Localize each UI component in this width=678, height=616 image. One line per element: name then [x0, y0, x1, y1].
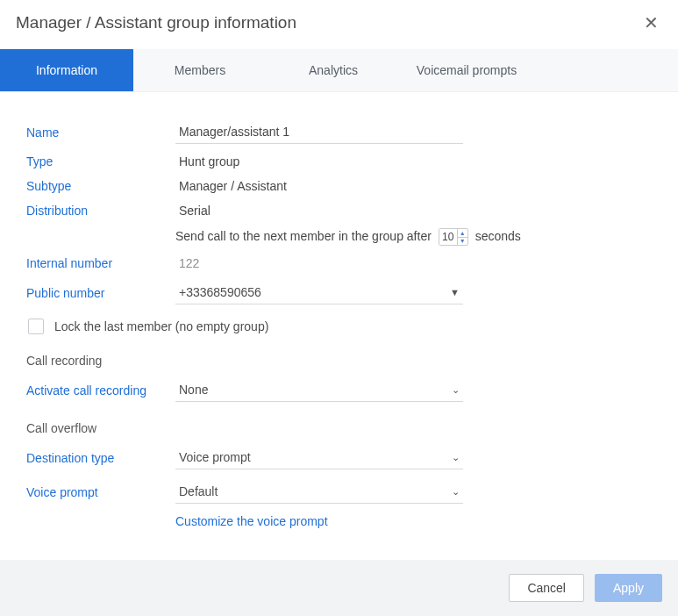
apply-button-label: Apply — [613, 581, 644, 595]
label-voice-prompt: Voice prompt — [26, 485, 175, 499]
customize-voice-prompt-link[interactable]: Customize the voice prompt — [175, 514, 328, 528]
section-call-overflow: Call overflow — [26, 421, 655, 435]
field-destination-type: Destination type Voice prompt ⌄ — [26, 446, 655, 469]
dialog-header: Manager / Assistant group information ✕ — [0, 0, 678, 49]
field-activate-recording: Activate call recording None ⌄ — [26, 378, 655, 402]
tab-label: Information — [36, 63, 97, 77]
field-lock-last-member: Lock the last member (no empty group) — [28, 319, 655, 334]
tab-label: Voicemail prompts — [417, 63, 517, 77]
public-number-select[interactable]: +33368590656 ▼ — [175, 281, 463, 304]
chevron-down-icon[interactable]: ▼ — [458, 237, 467, 246]
label-name: Name — [26, 125, 175, 140]
destination-type-select[interactable]: Voice prompt ⌄ — [175, 446, 463, 469]
value-type: Hunt group — [175, 154, 655, 168]
ring-seconds-sentence: Send call to the next member in the grou… — [175, 228, 655, 246]
field-public-number: Public number +33368590656 ▼ — [26, 281, 655, 304]
dialog-title: Manager / Assistant group information — [16, 13, 296, 32]
destination-type-value: Voice prompt — [179, 450, 251, 464]
label-public-number: Public number — [26, 286, 175, 300]
field-type: Type Hunt group — [26, 154, 655, 168]
label-internal-number: Internal number — [26, 256, 175, 270]
dialog-manager-assistant-info: Manager / Assistant group information ✕ … — [0, 0, 678, 616]
value-subtype: Manager / Assistant — [175, 179, 655, 193]
activate-recording-value: None — [179, 383, 208, 397]
chevron-up-icon[interactable]: ▲ — [458, 229, 467, 237]
section-call-recording: Call recording — [26, 354, 655, 368]
field-customize-voice: Customize the voice prompt — [26, 514, 655, 528]
tab-label: Members — [175, 63, 225, 77]
caret-down-icon: ▼ — [450, 287, 460, 297]
close-icon[interactable]: ✕ — [640, 12, 662, 33]
ring-seconds-input[interactable] — [439, 229, 457, 245]
tab-analytics[interactable]: Analytics — [267, 49, 400, 91]
tab-label: Analytics — [309, 63, 358, 77]
tab-members[interactable]: Members — [133, 49, 267, 91]
dialog-footer: Cancel Apply — [0, 560, 678, 616]
dialog-content: Name Type Hunt group Subtype Manager / A… — [0, 92, 678, 560]
field-subtype: Subtype Manager / Assistant — [26, 179, 655, 193]
voice-prompt-select[interactable]: Default ⌄ — [175, 480, 463, 504]
value-internal-number: 122 — [175, 256, 655, 270]
label-activate-recording: Activate call recording — [26, 383, 175, 398]
ring-suffix: seconds — [475, 229, 521, 243]
tab-voicemail-prompts[interactable]: Voicemail prompts — [400, 49, 533, 91]
apply-button[interactable]: Apply — [595, 574, 662, 602]
label-destination-type: Destination type — [26, 451, 175, 465]
ring-seconds-stepper[interactable]: ▲ ▼ — [439, 228, 468, 246]
cancel-button[interactable]: Cancel — [509, 574, 584, 602]
field-internal-number: Internal number 122 — [26, 256, 655, 270]
cancel-button-label: Cancel — [527, 581, 566, 595]
stepper-spinner: ▲ ▼ — [457, 229, 467, 245]
lock-last-member-label: Lock the last member (no empty group) — [54, 319, 268, 333]
value-distribution: Serial — [175, 204, 655, 218]
chevron-down-icon: ⌄ — [452, 452, 460, 463]
field-ring-seconds: Send call to the next member in the grou… — [26, 228, 655, 246]
label-type: Type — [26, 154, 175, 168]
activate-recording-select[interactable]: None ⌄ — [175, 378, 463, 402]
lock-last-member-checkbox[interactable] — [28, 319, 44, 334]
field-distribution: Distribution Serial — [26, 204, 655, 218]
voice-prompt-value: Default — [179, 484, 218, 498]
label-subtype: Subtype — [26, 179, 175, 193]
tab-bar: Information Members Analytics Voicemail … — [0, 49, 678, 92]
name-input[interactable] — [175, 120, 463, 144]
public-number-value: +33368590656 — [179, 285, 261, 299]
chevron-down-icon: ⌄ — [452, 486, 460, 498]
field-name: Name — [26, 120, 655, 144]
label-distribution: Distribution — [26, 204, 175, 218]
field-voice-prompt: Voice prompt Default ⌄ — [26, 480, 655, 504]
chevron-down-icon: ⌄ — [452, 384, 460, 396]
ring-prefix: Send call to the next member in the grou… — [175, 229, 432, 243]
tab-information[interactable]: Information — [0, 49, 133, 91]
